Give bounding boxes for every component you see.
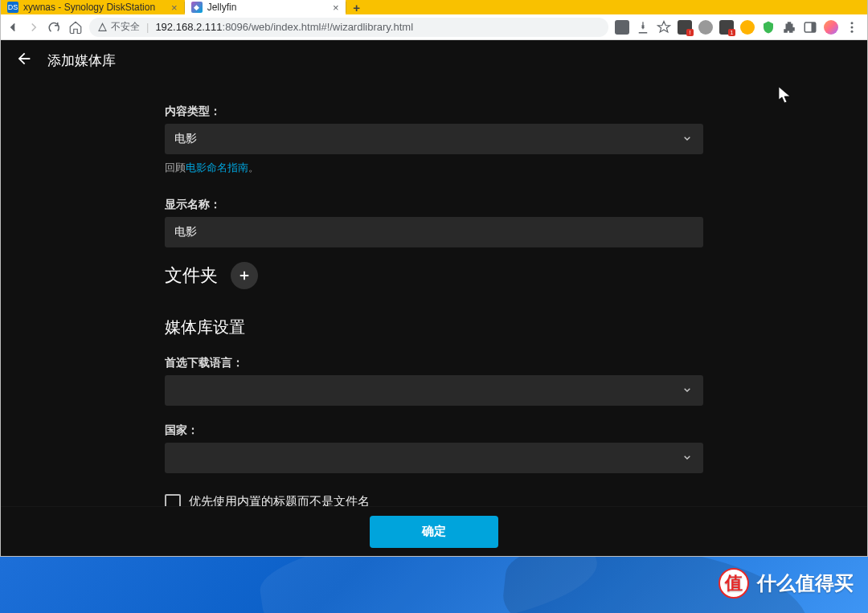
not-secure-indicator: 不安全 — [97, 20, 140, 34]
ok-button[interactable]: 确定 — [370, 516, 498, 548]
svg-point-2 — [851, 22, 854, 24]
svg-point-3 — [851, 26, 854, 28]
watermark: 值 什么值得买 — [719, 568, 854, 599]
new-tab-button[interactable]: + — [346, 1, 367, 14]
add-folder-button[interactable] — [231, 262, 258, 289]
chevron-down-icon — [681, 132, 694, 147]
profile-avatar[interactable] — [824, 20, 838, 35]
synology-favicon: DS — [7, 2, 18, 13]
action-bar: 确定 — [1, 506, 867, 556]
extension-icons: ! 1 — [615, 20, 862, 35]
nav-back-button[interactable] — [6, 20, 20, 35]
svg-rect-1 — [812, 22, 816, 32]
extension-icon[interactable] — [761, 20, 776, 35]
browser-window: DS xywnas - Synology DiskStation × ◆ Jel… — [0, 0, 868, 557]
country-select[interactable] — [165, 443, 703, 473]
extension-icon[interactable] — [698, 20, 713, 35]
content-type-select[interactable]: 电影 — [165, 124, 703, 154]
extensions-menu-icon[interactable] — [782, 20, 796, 35]
watermark-text: 什么值得买 — [757, 570, 854, 596]
naming-guide-link[interactable]: 电影命名指南 — [186, 161, 248, 174]
language-label: 首选下载语言： — [165, 356, 703, 370]
language-select[interactable] — [165, 375, 703, 406]
sidepanel-icon[interactable] — [803, 20, 817, 35]
app-header: 添加媒体库 — [1, 40, 867, 80]
nav-home-button[interactable] — [68, 20, 83, 35]
translate-icon[interactable] — [615, 20, 629, 35]
share-icon[interactable] — [636, 20, 650, 35]
display-name-label: 显示名称： — [165, 198, 703, 212]
library-form: 内容类型： 电影 回顾电影命名指南。 显示名称： 电影 文件夹 媒体库设置 首选… — [165, 104, 703, 529]
tab-synology[interactable]: DS xywnas - Synology DiskStation × — [1, 0, 184, 14]
tab-title: Jellyfin — [207, 2, 237, 13]
display-name-value: 电影 — [174, 225, 197, 239]
nav-reload-button[interactable] — [47, 20, 62, 35]
chevron-down-icon — [681, 383, 694, 398]
svg-point-4 — [851, 30, 854, 32]
country-label: 国家： — [165, 423, 703, 438]
back-button[interactable] — [15, 50, 33, 71]
kebab-menu-icon[interactable] — [845, 20, 859, 35]
close-icon[interactable]: × — [333, 2, 339, 14]
content-type-value: 电影 — [174, 132, 197, 146]
url-text: 192.168.2.111:8096/web/index.html#!/wiza… — [155, 21, 413, 33]
jellyfin-favicon: ◆ — [191, 2, 203, 13]
naming-guide-help: 回顾电影命名指南。 — [165, 161, 703, 175]
nav-forward-button[interactable] — [27, 20, 41, 35]
library-settings-heading: 媒体库设置 — [165, 317, 703, 338]
tab-title: xywnas - Synology DiskStation — [23, 2, 155, 13]
extension-icon[interactable] — [740, 20, 755, 35]
tab-strip: DS xywnas - Synology DiskStation × ◆ Jel… — [1, 0, 867, 14]
chevron-down-icon — [681, 451, 694, 466]
close-icon[interactable]: × — [171, 2, 178, 14]
folders-heading: 文件夹 — [165, 264, 218, 288]
address-bar: 不安全 | 192.168.2.111:8096/web/index.html#… — [1, 14, 867, 40]
jellyfin-app: 添加媒体库 内容类型： 电影 回顾电影命名指南。 显示名称： 电影 文件夹 — [1, 40, 867, 556]
extension-icon[interactable]: 1 — [719, 20, 734, 35]
tab-jellyfin[interactable]: ◆ Jellyfin × — [185, 0, 346, 14]
omnibox[interactable]: 不安全 | 192.168.2.111:8096/web/index.html#… — [89, 18, 608, 37]
watermark-badge: 值 — [719, 568, 749, 599]
display-name-input[interactable]: 电影 — [165, 217, 703, 247]
mouse-cursor — [779, 87, 790, 103]
extension-icon[interactable]: ! — [678, 20, 692, 35]
content-type-label: 内容类型： — [165, 104, 703, 119]
bookmark-icon[interactable] — [657, 20, 671, 35]
page-title: 添加媒体库 — [47, 51, 116, 70]
